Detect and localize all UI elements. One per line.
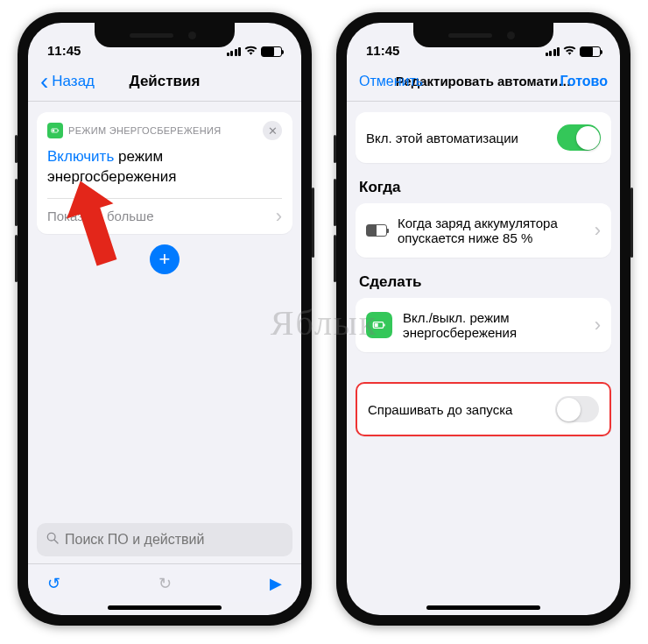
add-action-button[interactable]: + [150, 244, 180, 274]
ask-before-run-row: Спрашивать до запуска [356, 382, 611, 436]
signal-icon [227, 47, 242, 56]
annotation-arrow [67, 179, 128, 279]
card-header: РЕЖИМ ЭНЕРГОСБЕРЕЖЕНИЯ [68, 125, 221, 136]
action-keyword[interactable]: Включить [47, 148, 114, 165]
do-row[interactable]: Вкл./выкл. режим энергосбережения › [356, 298, 611, 352]
battery-icon [261, 46, 282, 57]
svg-rect-7 [384, 324, 384, 327]
navbar: Назад Действия [28, 61, 301, 102]
svg-rect-2 [53, 130, 55, 132]
status-time: 11:45 [47, 43, 81, 58]
low-power-icon [47, 123, 63, 138]
search-input[interactable] [65, 532, 284, 548]
search-field[interactable] [37, 523, 292, 556]
when-row[interactable]: Когда заряд аккумулятора опускается ниже… [356, 203, 611, 258]
navbar: Отменить Редактировать автомати… Готово [347, 61, 620, 102]
wifi-icon [244, 45, 257, 58]
enable-automation-row: Вкл. этой автоматизации [356, 112, 611, 163]
battery-icon [580, 46, 601, 57]
cancel-button[interactable]: Отменить [359, 74, 423, 89]
wifi-icon [563, 45, 576, 58]
home-indicator[interactable] [426, 605, 540, 610]
notch [413, 23, 553, 47]
phone-right: 11:45 Отменить Редактировать автомати… Г… [336, 12, 630, 626]
signal-icon [546, 47, 560, 56]
status-time: 11:45 [366, 43, 399, 58]
svg-rect-1 [58, 130, 59, 131]
do-label: Сделать [359, 273, 608, 291]
back-button[interactable]: Назад [40, 73, 95, 90]
when-label: Когда [359, 179, 608, 196]
battery-level-icon [366, 224, 387, 237]
phone-left: 11:45 Назад Действия [18, 12, 312, 626]
svg-line-5 [54, 540, 58, 543]
undo-icon[interactable]: ↺ [47, 574, 60, 593]
home-indicator[interactable] [108, 605, 222, 610]
svg-rect-8 [375, 323, 378, 327]
low-power-icon [366, 312, 392, 338]
bottom-toolbar: ↺ ↻ ▶ [28, 563, 301, 602]
remove-action-button[interactable]: ✕ [263, 121, 282, 140]
ask-toggle[interactable] [555, 396, 599, 422]
search-icon [46, 531, 60, 548]
redo-icon: ↻ [158, 574, 172, 593]
enable-toggle[interactable] [557, 124, 601, 151]
notch [95, 23, 235, 47]
svg-marker-3 [67, 179, 128, 270]
done-button[interactable]: Готово [560, 74, 608, 89]
run-icon[interactable]: ▶ [270, 574, 282, 593]
